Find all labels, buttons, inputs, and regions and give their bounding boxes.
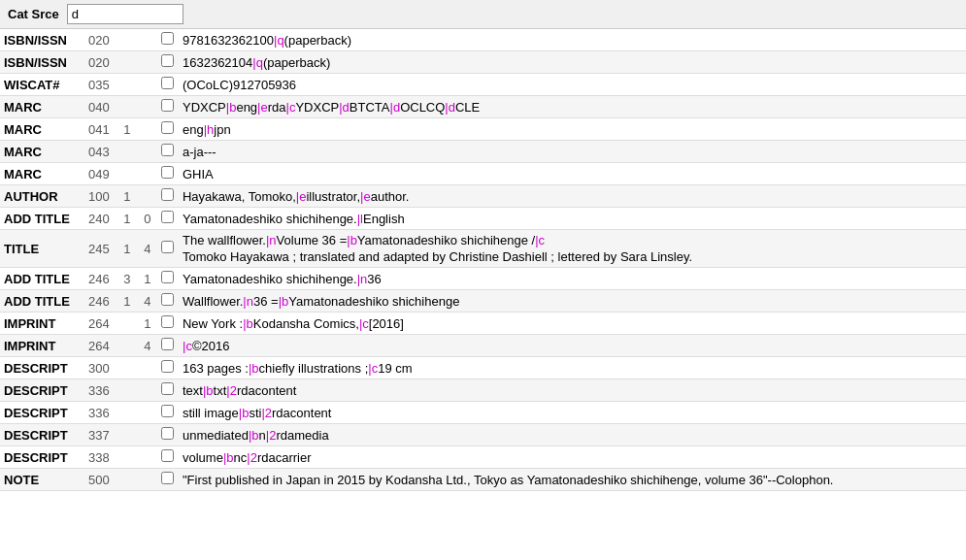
table-row: MARC043a-ja--- [0, 141, 966, 163]
row-num1: 043 [81, 141, 117, 163]
row-num3 [137, 74, 157, 96]
row-label: DESCRIPT [0, 357, 81, 379]
row-content: "First published in Japan in 2015 by Kod… [179, 469, 966, 491]
row-num3: 1 [137, 313, 157, 335]
row-num1: 020 [81, 51, 117, 74]
row-checkbox[interactable] [161, 32, 174, 45]
row-checkbox[interactable] [161, 472, 174, 484]
row-num2 [117, 313, 138, 335]
row-num2: 1 [117, 290, 138, 313]
row-num3 [137, 185, 157, 208]
row-num3 [137, 357, 157, 379]
row-label: ADD TITLE [0, 290, 81, 313]
row-num2 [117, 335, 138, 357]
row-num1: 100 [81, 185, 117, 208]
row-checkbox[interactable] [161, 449, 174, 462]
row-num1: 336 [81, 379, 117, 402]
row-label: MARC [0, 118, 81, 141]
row-num3 [137, 424, 157, 446]
table-row: WISCAT#035(OCoLC)912705936 [0, 74, 966, 96]
row-checkbox-cell [157, 163, 179, 185]
row-num3 [137, 118, 157, 141]
row-label: WISCAT# [0, 74, 81, 96]
row-checkbox-cell [157, 51, 179, 74]
row-num2 [117, 446, 138, 469]
row-label: TITLE [0, 230, 81, 268]
row-num1: 264 [81, 313, 117, 335]
row-content: 1632362104|q(paperback) [179, 51, 966, 74]
table-row: TITLE24514The wallflower.|nVolume 36 =|b… [0, 230, 966, 268]
row-num2 [117, 357, 138, 379]
row-label: AUTHOR [0, 185, 81, 208]
table-row: ISBN/ISSN0201632362104|q(paperback) [0, 51, 966, 74]
row-checkbox[interactable] [161, 77, 174, 89]
row-num3 [137, 446, 157, 469]
row-num1: 338 [81, 446, 117, 469]
row-label: ADD TITLE [0, 208, 81, 230]
row-checkbox[interactable] [161, 99, 174, 112]
row-checkbox[interactable] [161, 144, 174, 156]
table-row: DESCRIPT300163 pages :|bchiefly illustra… [0, 357, 966, 379]
table-row: MARC040YDXCP|beng|erda|cYDXCP|dBTCTA|dOC… [0, 96, 966, 118]
table-row: MARC0411eng|hjpn [0, 118, 966, 141]
row-checkbox[interactable] [161, 360, 174, 373]
row-checkbox-cell [157, 29, 179, 51]
row-num1: 245 [81, 230, 117, 268]
row-num3 [137, 29, 157, 51]
row-label: DESCRIPT [0, 402, 81, 424]
row-content: unmediated|bn|2rdamedia [179, 424, 966, 446]
table-row: DESCRIPT336text|btxt|2rdacontent [0, 379, 966, 402]
cat-srce-input[interactable] [67, 4, 183, 24]
row-checkbox[interactable] [161, 382, 174, 395]
row-num1: 049 [81, 163, 117, 185]
row-checkbox[interactable] [161, 188, 174, 201]
table-row: DESCRIPT337unmediated|bn|2rdamedia [0, 424, 966, 446]
row-num2: 1 [117, 208, 138, 230]
row-content: New York :|bKodansha Comics,|c[2016] [179, 313, 966, 335]
row-content: YDXCP|beng|erda|cYDXCP|dBTCTA|dOCLCQ|dCL… [179, 96, 966, 118]
row-content: still image|bsti|2rdacontent [179, 402, 966, 424]
row-label: NOTE [0, 469, 81, 491]
row-num3 [137, 96, 157, 118]
row-checkbox[interactable] [161, 54, 174, 67]
table-row: ADD TITLE24010Yamatonadeshiko shichiheng… [0, 208, 966, 230]
table-row: IMPRINT2644|c©2016 [0, 335, 966, 357]
row-checkbox-cell [157, 379, 179, 402]
row-checkbox[interactable] [161, 166, 174, 179]
row-checkbox-cell [157, 96, 179, 118]
row-content: eng|hjpn [179, 118, 966, 141]
row-num1: 246 [81, 268, 117, 290]
row-label: IMPRINT [0, 335, 81, 357]
row-label: MARC [0, 96, 81, 118]
row-checkbox[interactable] [161, 241, 174, 253]
row-num1: 246 [81, 290, 117, 313]
row-checkbox-cell [157, 402, 179, 424]
row-content: GHIA [179, 163, 966, 185]
row-checkbox[interactable] [161, 271, 174, 283]
row-checkbox-cell [157, 313, 179, 335]
row-checkbox-cell [157, 141, 179, 163]
table-row: MARC049GHIA [0, 163, 966, 185]
row-num3: 4 [137, 335, 157, 357]
row-num2 [117, 163, 138, 185]
row-label: MARC [0, 163, 81, 185]
row-checkbox[interactable] [161, 211, 174, 223]
data-table: ISBN/ISSN0209781632362100|q(paperback)IS… [0, 29, 966, 491]
row-num2 [117, 96, 138, 118]
row-checkbox[interactable] [161, 121, 174, 134]
row-checkbox[interactable] [161, 293, 174, 306]
row-num3: 0 [137, 208, 157, 230]
table-row: NOTE500"First published in Japan in 2015… [0, 469, 966, 491]
row-content: text|btxt|2rdacontent [179, 379, 966, 402]
row-num2 [117, 469, 138, 491]
table-row: IMPRINT2641New York :|bKodansha Comics,|… [0, 313, 966, 335]
row-content: Yamatonadeshiko shichihenge.|n36 [179, 268, 966, 290]
row-checkbox-cell [157, 268, 179, 290]
row-checkbox[interactable] [161, 405, 174, 417]
row-num1: 264 [81, 335, 117, 357]
row-checkbox[interactable] [161, 315, 174, 328]
row-num2 [117, 379, 138, 402]
row-checkbox[interactable] [161, 338, 174, 350]
row-content: Yamatonadeshiko shichihenge.|lEnglish [179, 208, 966, 230]
row-checkbox[interactable] [161, 427, 174, 440]
